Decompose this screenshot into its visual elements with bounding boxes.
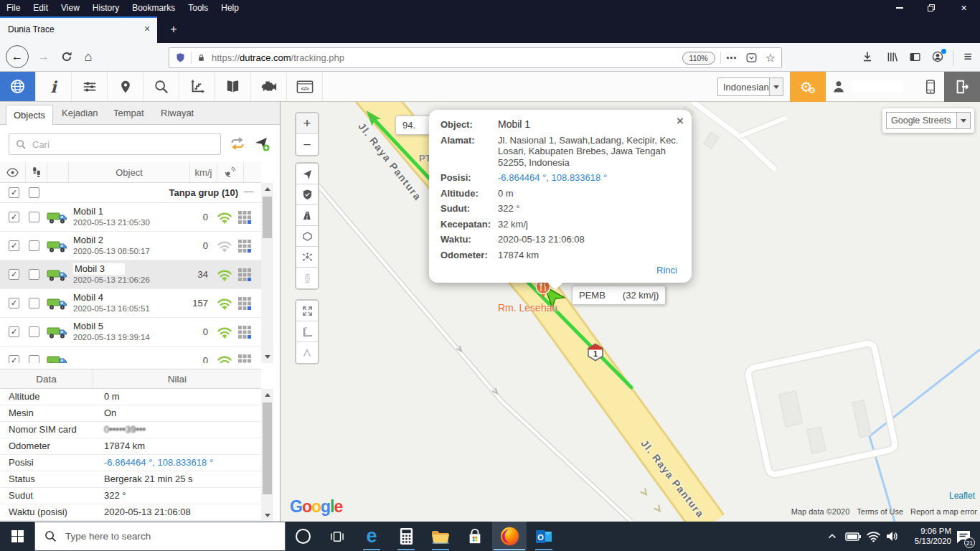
clusters-button[interactable] [296, 247, 318, 268]
page-actions-icon[interactable]: ⋯ [726, 52, 737, 65]
restaurant-poi-label[interactable]: Rm. Lesehan [498, 302, 557, 314]
home-button[interactable]: ⌂ [79, 47, 98, 66]
popup-position-link[interactable]: -6.864464 °, 108.833618 ° [498, 172, 679, 184]
window-close-button[interactable]: × [948, 0, 980, 16]
tab-close-icon[interactable]: × [141, 23, 154, 34]
downloads-button[interactable] [858, 47, 877, 66]
scroll-down-button[interactable] [261, 509, 273, 522]
zoom-level-badge[interactable]: 110% [682, 52, 715, 65]
toolbar-console-button[interactable]: </> [287, 72, 323, 101]
toolbar-map-button[interactable] [0, 72, 36, 101]
volume-tray-icon[interactable] [885, 529, 900, 542]
lock-icon[interactable] [197, 52, 206, 63]
col-visibility[interactable] [0, 162, 26, 182]
object-list-scrollbar[interactable] [261, 183, 273, 363]
toolbar-reports-button[interactable] [179, 72, 215, 101]
visibility-checkbox[interactable]: ✓ [9, 326, 19, 337]
follow-checkbox[interactable] [29, 269, 39, 280]
scroll-up-button[interactable] [261, 389, 273, 401]
bearing-button[interactable] [296, 342, 318, 363]
battery-tray-icon[interactable] [845, 530, 862, 542]
tab-riwayat[interactable]: Riwayat [161, 102, 194, 125]
follow-checkbox[interactable] [29, 355, 39, 363]
window-minimize-button[interactable] [883, 0, 915, 16]
visibility-checkbox[interactable]: ✓ [9, 240, 19, 251]
start-button[interactable] [0, 522, 34, 551]
reload-objects-button[interactable] [228, 135, 248, 154]
object-row-mobil-3-selected[interactable]: ✓ Mobil 3 2020-05-13 21:06:26 34 [0, 260, 261, 289]
details-scrollbar[interactable] [261, 389, 273, 522]
zoom-out-button[interactable]: − [296, 134, 318, 155]
follow-checkbox[interactable] [29, 240, 39, 251]
edge-taskbar-button[interactable]: e [354, 522, 389, 551]
col-connection[interactable] [217, 162, 244, 182]
tab-objects[interactable]: Objects [6, 105, 53, 125]
group-visibility-checkbox[interactable]: ✓ [9, 187, 19, 198]
reload-button[interactable] [57, 47, 76, 66]
settings-button[interactable]: ⚙ ⚙ [790, 72, 826, 102]
taskbar-search-box[interactable] [34, 522, 286, 551]
group-row[interactable]: ✓ Tanpa grup (10) — [0, 183, 261, 203]
visibility-checkbox[interactable]: ✓ [9, 355, 19, 363]
add-object-button[interactable] [253, 135, 273, 154]
toolbar-search-button[interactable] [143, 72, 179, 101]
toolbar-logbook-button[interactable] [215, 72, 251, 101]
google-logo[interactable]: Google [290, 497, 342, 517]
pocket-icon[interactable] [745, 52, 758, 64]
toolbar-settings-button[interactable] [72, 72, 108, 101]
toolbar-dtc-button[interactable] [251, 72, 287, 101]
logout-button[interactable] [944, 72, 980, 102]
calculator-taskbar-button[interactable] [389, 522, 423, 551]
row-menu-icon[interactable] [238, 211, 252, 225]
terms-link[interactable]: Terms of Use [857, 507, 903, 516]
row-menu-icon[interactable] [238, 354, 252, 363]
row-menu-icon[interactable] [238, 268, 252, 282]
main-menu-button[interactable]: ≡ [958, 47, 977, 66]
user-account-button[interactable] [827, 72, 915, 102]
collapse-group-icon[interactable]: — [244, 186, 253, 197]
fullscreen-button[interactable] [296, 301, 318, 321]
leaflet-attribution-link[interactable]: Leaflet [949, 491, 975, 501]
object-row-partial[interactable]: ✓ 0 [0, 347, 261, 363]
cortana-button[interactable] [286, 522, 320, 551]
wifi-tray-icon[interactable] [866, 529, 881, 542]
scrollbar-thumb[interactable] [263, 402, 272, 494]
file-explorer-taskbar-button[interactable] [423, 522, 458, 551]
outlook-taskbar-button[interactable]: O [527, 522, 561, 551]
row-menu-icon[interactable] [238, 326, 252, 339]
scroll-down-button[interactable] [261, 351, 273, 363]
object-row-mobil-1[interactable]: ✓ Mobil 1 2020-05-13 21:05:30 0 [0, 203, 261, 232]
visibility-checkbox[interactable]: ✓ [9, 212, 19, 222]
object-row-mobil-5[interactable]: ✓ Mobil 5 2020-05-13 19:39:14 0 [0, 318, 261, 347]
firefox-taskbar-button-active[interactable] [492, 522, 527, 551]
menu-edit[interactable]: Edit [27, 0, 55, 16]
tab-kejadian[interactable]: Kejadian [62, 102, 98, 125]
menu-history[interactable]: History [86, 0, 126, 16]
follow-checkbox[interactable] [29, 298, 39, 309]
object-row-mobil-4[interactable]: ✓ Mobil 4 2020-05-13 16:05:51 157 [0, 289, 261, 318]
col-object-label[interactable]: Object [69, 162, 190, 182]
col-follow[interactable] [26, 162, 47, 182]
sidebar-toggle-button[interactable] [905, 47, 924, 66]
tracking-protection-shield-icon[interactable] [175, 52, 186, 64]
visibility-checkbox[interactable]: ✓ [9, 269, 19, 280]
store-taskbar-button[interactable] [458, 522, 492, 551]
report-error-link[interactable]: Report a map error [910, 507, 977, 516]
polygon-button[interactable] [296, 226, 318, 247]
visibility-checkbox[interactable]: ✓ [9, 298, 19, 309]
menu-help[interactable]: Help [215, 0, 245, 16]
follow-vehicle-button[interactable] [296, 164, 318, 184]
menu-tools[interactable]: Tools [182, 0, 215, 16]
row-menu-icon[interactable] [238, 297, 252, 311]
url-bar[interactable]: https://dutrace.com/tracking.php 110% ⋯ … [169, 47, 782, 68]
measure-button[interactable] [296, 321, 318, 342]
geofence-button[interactable] [296, 184, 318, 205]
tray-expand-button[interactable] [826, 531, 838, 541]
object-row-mobil-2[interactable]: ✓ Mobil 2 2020-05-13 08:50:17 0 [0, 232, 261, 260]
library-button[interactable] [882, 47, 901, 66]
col-speed-label[interactable]: km/j [190, 162, 217, 182]
object-search-input[interactable] [31, 138, 213, 151]
popup-detail-link[interactable]: Rinci [440, 265, 679, 276]
mobile-app-button[interactable] [917, 72, 944, 102]
object-search-box[interactable] [9, 133, 221, 155]
